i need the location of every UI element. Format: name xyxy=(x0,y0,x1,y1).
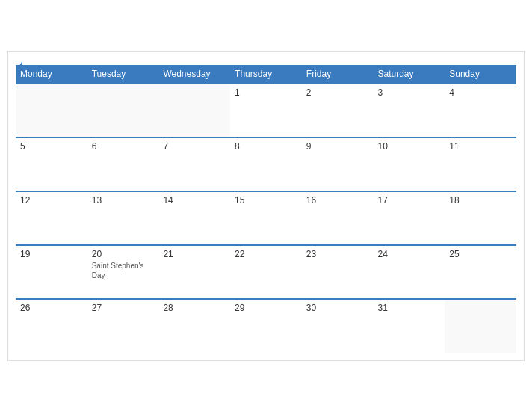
calendar-cell: 25 xyxy=(445,245,516,299)
day-number: 14 xyxy=(163,195,226,206)
day-number: 8 xyxy=(235,141,297,152)
day-number: 10 xyxy=(378,141,441,152)
calendar-cell: 23 xyxy=(302,245,374,299)
week-row-2: 567891011 xyxy=(16,137,516,191)
day-number: 16 xyxy=(306,195,369,206)
calendar-cell: 15 xyxy=(230,191,302,245)
day-number: 2 xyxy=(306,87,369,98)
day-number: 27 xyxy=(92,303,155,313)
day-number: 5 xyxy=(20,141,83,152)
calendar-cell: 14 xyxy=(158,191,230,245)
week-row-1: 1234 xyxy=(16,84,516,137)
calendar-cell: 16 xyxy=(302,191,374,245)
calendar-container: MondayTuesdayWednesdayThursdayFridaySatu… xyxy=(7,51,525,361)
day-number: 1 xyxy=(235,87,297,98)
brand-arrow-icon xyxy=(16,61,22,71)
calendar-cell: 22 xyxy=(230,245,302,299)
calendar-cell xyxy=(87,84,159,137)
calendar-cell: 10 xyxy=(374,137,445,191)
day-header-sunday: Sunday xyxy=(445,65,516,84)
day-number: 12 xyxy=(20,195,83,206)
calendar-cell: 9 xyxy=(302,137,374,191)
day-number: 9 xyxy=(306,141,369,152)
week-row-4: 1920Saint Stephen's Day2122232425 xyxy=(16,245,516,299)
day-number: 30 xyxy=(306,303,369,313)
calendar-cell: 28 xyxy=(158,299,230,353)
calendar-cell: 11 xyxy=(445,137,516,191)
calendar-cell: 5 xyxy=(16,137,87,191)
day-number: 26 xyxy=(20,303,83,313)
calendar-cell: 1 xyxy=(230,84,302,137)
calendar-cell: 7 xyxy=(158,137,230,191)
calendar-cell xyxy=(16,84,87,137)
calendar-grid: MondayTuesdayWednesdayThursdayFridaySatu… xyxy=(16,65,516,353)
day-number: 29 xyxy=(235,303,297,313)
calendar-cell: 13 xyxy=(87,191,159,245)
day-number: 13 xyxy=(92,195,155,206)
day-header-saturday: Saturday xyxy=(374,65,445,84)
calendar-cell: 26 xyxy=(16,299,87,353)
day-number: 18 xyxy=(449,195,512,206)
brand-logo xyxy=(16,59,22,71)
day-header-wednesday: Wednesday xyxy=(158,65,230,84)
calendar-cell: 6 xyxy=(87,137,159,191)
calendar-cell: 12 xyxy=(16,191,87,245)
calendar-cell: 3 xyxy=(374,84,445,137)
calendar-cell xyxy=(158,84,230,137)
day-number: 28 xyxy=(163,303,226,313)
calendar-cell: 31 xyxy=(374,299,445,353)
calendar-header-row: MondayTuesdayWednesdayThursdayFridaySatu… xyxy=(16,65,516,84)
calendar-cell: 29 xyxy=(230,299,302,353)
calendar-cell: 18 xyxy=(445,191,516,245)
calendar-cell: 30 xyxy=(302,299,374,353)
day-number: 25 xyxy=(449,249,512,259)
holiday-label: Saint Stephen's Day xyxy=(92,261,155,280)
day-header-thursday: Thursday xyxy=(230,65,302,84)
day-header-tuesday: Tuesday xyxy=(87,65,159,84)
day-number: 20 xyxy=(92,249,155,259)
week-row-3: 12131415161718 xyxy=(16,191,516,245)
calendar-body: 1234567891011121314151617181920Saint Ste… xyxy=(16,84,516,353)
day-number: 4 xyxy=(449,87,512,98)
calendar-cell: 8 xyxy=(230,137,302,191)
calendar-cell: 20Saint Stephen's Day xyxy=(87,245,159,299)
day-number: 6 xyxy=(92,141,155,152)
calendar-cell xyxy=(445,299,516,353)
calendar-cell: 27 xyxy=(87,299,159,353)
day-number: 31 xyxy=(378,303,441,313)
day-number: 22 xyxy=(235,249,297,259)
calendar-cell: 17 xyxy=(374,191,445,245)
calendar-cell: 24 xyxy=(374,245,445,299)
day-number: 15 xyxy=(235,195,297,206)
week-row-5: 262728293031 xyxy=(16,299,516,353)
day-header-friday: Friday xyxy=(302,65,374,84)
day-number: 17 xyxy=(378,195,441,206)
day-number: 24 xyxy=(378,249,441,259)
day-number: 19 xyxy=(20,249,83,259)
day-number: 23 xyxy=(306,249,369,259)
day-number: 11 xyxy=(449,141,512,152)
day-number: 7 xyxy=(163,141,226,152)
calendar-cell: 2 xyxy=(302,84,374,137)
day-number: 3 xyxy=(378,87,441,98)
calendar-cell: 4 xyxy=(445,84,516,137)
days-of-week-row: MondayTuesdayWednesdayThursdayFridaySatu… xyxy=(16,65,516,84)
day-number: 21 xyxy=(163,249,226,259)
calendar-cell: 21 xyxy=(158,245,230,299)
calendar-cell: 19 xyxy=(16,245,87,299)
day-header-monday: Monday xyxy=(16,65,87,84)
